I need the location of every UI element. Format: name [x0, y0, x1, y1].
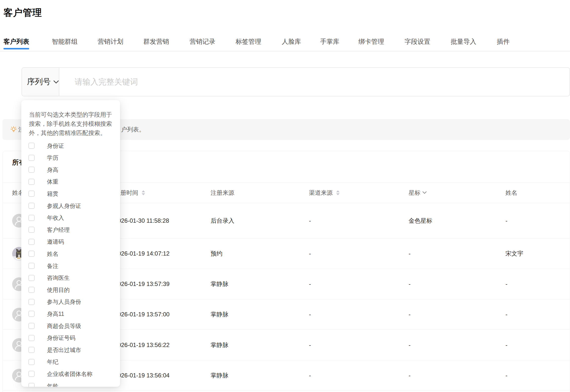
field-checkbox[interactable] [28, 347, 35, 353]
field-option[interactable]: 使用目的 [21, 284, 120, 296]
field-option[interactable]: 年收入 [21, 212, 120, 224]
cell-name: - [505, 330, 507, 360]
search-field-selector-label: 序列号 [27, 76, 51, 87]
tab-7[interactable]: 人脸库 [282, 37, 301, 46]
tab-10[interactable]: 字段设置 [405, 37, 430, 46]
cell-star: 金色星标 [409, 203, 432, 238]
field-option[interactable]: 籍贯 [21, 188, 120, 200]
field-checkbox[interactable] [28, 179, 35, 185]
lightbulb-icon [10, 126, 17, 133]
field-label: 身高 [47, 166, 58, 174]
field-option[interactable]: 身份证 [21, 140, 120, 152]
tab-3[interactable]: 营销计划 [98, 37, 123, 46]
field-option[interactable]: 身高 [21, 164, 120, 176]
field-label: 学历 [47, 154, 58, 162]
cell-reg-time: 2026-01-19 13:56:22 [114, 330, 170, 360]
field-option[interactable]: 体重 [21, 176, 120, 188]
field-label: 年收入 [47, 214, 64, 222]
field-label: 身高11 [47, 310, 64, 318]
field-option[interactable]: 身高11 [21, 308, 120, 320]
cell-reg-source: 后台录入 [211, 203, 234, 238]
field-label: 年纪 [47, 358, 58, 366]
field-option[interactable]: 商超会员等级 [21, 320, 120, 332]
cell-reg-time: 2026-01-30 11:58:28 [114, 203, 169, 238]
cell-reg-source: 掌静脉 [211, 330, 228, 360]
field-option[interactable]: 邀请码 [21, 236, 120, 248]
field-checkbox[interactable] [28, 227, 35, 233]
cell-star: - [409, 269, 411, 299]
cell-reg-time: 2026-01-19 13:57:39 [114, 269, 170, 299]
field-checkbox[interactable] [28, 335, 35, 341]
cell-name: - [505, 269, 507, 299]
field-option[interactable]: 年龄 [21, 380, 120, 387]
cell-channel-source: - [309, 360, 311, 391]
field-option[interactable]: 参观人身份证 [21, 200, 120, 212]
cell-star: - [409, 330, 411, 360]
tab-9[interactable]: 绑卡管理 [358, 37, 384, 46]
field-checkbox[interactable] [28, 311, 35, 317]
field-label: 参观人身份证 [47, 202, 81, 210]
field-option[interactable]: 姓名 [21, 248, 120, 260]
field-checkbox[interactable] [28, 191, 35, 197]
search-field-selector[interactable]: 序列号 [22, 68, 59, 96]
cell-reg-source: 掌静脉 [211, 360, 228, 391]
chevron-down-icon [53, 80, 59, 84]
field-checkbox[interactable] [28, 251, 35, 257]
field-option[interactable]: 客户经理 [21, 224, 120, 236]
cell-name: 宋文宇 [505, 239, 523, 269]
field-label: 企业或者团体名称 [47, 370, 92, 378]
cell-name: - [505, 203, 507, 238]
field-label: 使用目的 [47, 286, 70, 294]
field-label: 身份证 [47, 142, 64, 150]
field-checkbox[interactable] [28, 371, 35, 377]
field-checkbox[interactable] [28, 323, 35, 329]
cell-star: - [409, 360, 411, 391]
field-label: 商超会员等级 [47, 322, 81, 330]
field-option[interactable]: 身份证号码 [21, 332, 120, 344]
cell-name: - [505, 299, 507, 329]
field-label: 邀请码 [47, 238, 64, 246]
field-option[interactable]: 年纪 [21, 356, 120, 368]
tab-12[interactable]: 插件 [497, 37, 510, 46]
tab-2[interactable]: 智能群组 [52, 37, 78, 46]
tab-4[interactable]: 群发营销 [143, 37, 169, 46]
field-checkbox[interactable] [28, 299, 35, 305]
field-option[interactable]: 是否出过城市 [21, 344, 120, 356]
field-option[interactable]: 学历 [21, 152, 120, 164]
field-checkbox[interactable] [28, 383, 35, 387]
search-bar: 序列号 [22, 67, 570, 96]
cell-reg-source: 掌静脉 [211, 299, 228, 329]
tab-5[interactable]: 营销记录 [190, 37, 215, 46]
field-checkbox[interactable] [28, 359, 35, 365]
field-option[interactable]: 企业或者团体名称 [21, 368, 120, 380]
cell-channel-source: - [309, 203, 311, 238]
tab-11[interactable]: 批量导入 [451, 37, 476, 46]
cell-reg-source: 掌静脉 [211, 269, 228, 299]
field-option[interactable]: 参与人员身份 [21, 296, 120, 308]
tab-6[interactable]: 标签管理 [236, 37, 261, 46]
field-checkbox[interactable] [28, 263, 35, 269]
field-checkbox[interactable] [28, 215, 35, 221]
search-input[interactable] [59, 68, 570, 96]
field-label: 身份证号码 [47, 334, 75, 342]
search-field-dropdown: 当前可勾选文本类型的字段用于搜索，除手机姓名支持模糊搜索外，其他的需精准匹配搜索… [21, 100, 120, 387]
field-option[interactable]: 备注 [21, 260, 120, 272]
field-checkbox[interactable] [28, 167, 35, 173]
cell-name: - [505, 360, 507, 391]
field-checkbox[interactable] [28, 287, 35, 293]
cell-reg-time: 2026-01-19 13:56:04 [114, 360, 170, 391]
cell-star: - [409, 299, 411, 329]
tab-8[interactable]: 手掌库 [320, 37, 339, 46]
tab-bar: 客户列表智能群组营销计划群发营销营销记录标签管理人脸库手掌库绑卡管理字段设置批量… [0, 32, 570, 51]
cell-channel-source: - [309, 269, 311, 299]
field-checkbox[interactable] [28, 155, 35, 161]
field-label: 客户经理 [47, 226, 70, 234]
cell-reg-time: 2026-01-19 14:07:12 [114, 239, 170, 269]
field-checkbox[interactable] [28, 275, 35, 281]
field-checkbox[interactable] [28, 239, 35, 245]
field-option[interactable]: 咨询医生 [21, 272, 120, 284]
field-label: 年龄 [47, 382, 58, 387]
field-checkbox[interactable] [28, 143, 35, 149]
tab-1[interactable]: 客户列表 [3, 37, 29, 46]
field-checkbox[interactable] [28, 203, 35, 209]
